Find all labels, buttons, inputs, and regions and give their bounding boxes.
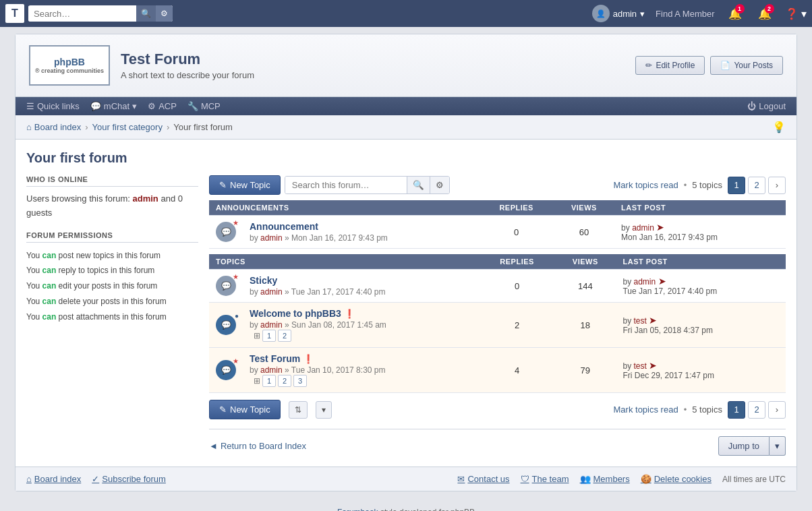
subscribe-forum-link[interactable]: ✓ Subscribe forum	[92, 474, 166, 484]
logout-button[interactable]: ⏻ Logout	[747, 101, 786, 111]
search-button[interactable]: 🔍	[136, 5, 156, 22]
sub-pages: ⊞ 1 2 3	[254, 375, 473, 387]
breadcrumb-current: Your first forum	[173, 122, 233, 132]
tools-icon: 🔧	[187, 101, 198, 111]
page-links-top: 1 2 ›	[728, 177, 786, 194]
topic-author-link[interactable]: admin	[260, 233, 283, 243]
mark-topics-read-link-bottom[interactable]: Mark topics read	[614, 404, 678, 415]
replies-cell: 0	[480, 270, 554, 303]
home-icon-2: ⌂	[26, 474, 32, 484]
online-user[interactable]: admin	[133, 193, 158, 204]
last-post-author[interactable]: admin	[633, 277, 656, 287]
left-arrow-icon: ◄	[209, 441, 218, 451]
mchat-menu[interactable]: 💬 mChat ▾	[90, 101, 137, 111]
topic-title-link[interactable]: Sticky	[250, 275, 277, 286]
star-overlay: ★	[233, 219, 239, 227]
table-row: 💬 ★ Sticky by admin » Tue Jan 17, 2017 4…	[209, 270, 786, 303]
goto-last-post[interactable]: ➤	[649, 360, 657, 371]
footer-board-index-link[interactable]: ⌂ Board index	[26, 474, 81, 484]
goto-last-post[interactable]: ➤	[656, 222, 664, 233]
last-post-cell: by admin ➤ Tue Jan 17, 2017 4:40 pm	[616, 270, 786, 303]
topic-title-link[interactable]: Welcome to phpBB3	[250, 308, 341, 319]
sort-options-button[interactable]: ▾	[316, 401, 332, 419]
sort-button[interactable]: ⇅	[289, 401, 308, 419]
sub-page-1[interactable]: 1	[262, 330, 276, 342]
sub-page-2[interactable]: 2	[278, 330, 291, 342]
help-button[interactable]: ❓ ▾	[785, 7, 807, 20]
topic-title-link[interactable]: Announcement	[250, 221, 318, 232]
topic-icon-cell: 💬 ★	[209, 270, 243, 303]
acp-link[interactable]: ⚙ ACP	[148, 101, 177, 111]
perm-2: You can reply to topics in this forum	[26, 263, 198, 278]
sub-page-2[interactable]: 2	[278, 375, 291, 387]
contact-link[interactable]: ✉ Contact us	[457, 474, 509, 484]
announcements-header-row: ANNOUNCEMENTS REPLIES VIEWS LAST POST	[209, 200, 786, 216]
site-logo[interactable]: T	[5, 4, 24, 23]
topic-author-link[interactable]: admin	[260, 365, 283, 375]
last-post-info: by admin ➤ Mon Jan 16, 2017 9:43 pm	[621, 222, 779, 242]
bottom-toolbar-right: Mark topics read • 5 topics 1 2 ›	[614, 401, 786, 419]
return-board-link[interactable]: ◄ Return to Board Index	[209, 441, 306, 451]
last-post-author[interactable]: admin	[632, 223, 654, 233]
topic-author-link[interactable]: admin	[260, 287, 283, 297]
breadcrumb-home-link[interactable]: ⌂ Board index	[26, 122, 81, 132]
sub-page-1[interactable]: 1	[262, 375, 276, 387]
forum-search-advanced[interactable]: ⚙	[430, 177, 449, 193]
find-member-link[interactable]: Find A Member	[656, 9, 714, 19]
your-posts-button[interactable]: 📄 Your Posts	[710, 56, 783, 75]
page-next-button-top[interactable]: ›	[768, 177, 786, 194]
jump-to-button[interactable]: Jump to	[718, 436, 770, 456]
goto-last-post[interactable]: ➤	[649, 315, 657, 326]
topic-count-bottom: 5 topics	[692, 404, 722, 415]
mcp-link[interactable]: 🔧 MCP	[187, 101, 221, 111]
topics-lastpost-col: LAST POST	[616, 254, 786, 270]
last-post-author[interactable]: test	[633, 361, 646, 371]
team-link[interactable]: 🛡 The team	[521, 474, 569, 484]
forum-search-input[interactable]	[285, 177, 407, 193]
list-icon: ☰	[26, 101, 34, 111]
forum-search-button[interactable]: 🔍	[407, 177, 430, 193]
envelope-icon: ✉	[457, 474, 465, 484]
breadcrumb-bar: ⌂ Board index › Your first category › Yo…	[16, 115, 796, 140]
topics-label: TOPICS	[209, 254, 480, 270]
forum-header-actions: ✏ Edit Profile 📄 Your Posts	[635, 56, 783, 75]
notifications-button-1[interactable]: 🔔 1	[726, 4, 745, 23]
delete-cookies-link[interactable]: 🍪 Delete cookies	[641, 474, 712, 484]
last-post-author[interactable]: test	[633, 316, 646, 326]
page-1-button-bottom[interactable]: 1	[728, 401, 745, 419]
perm-3: You can edit your posts in this forum	[26, 278, 198, 294]
forumbook-link[interactable]: Forumbook	[337, 508, 378, 511]
views-cell: 60	[554, 216, 614, 249]
admin-dropdown[interactable]: 👤 admin ▾	[592, 5, 645, 22]
new-topic-button-bottom[interactable]: ✎ New Topic	[209, 400, 281, 419]
forum-search: 🔍 ⚙	[285, 176, 450, 194]
advanced-search-button[interactable]: ⚙	[156, 5, 173, 22]
topic-title-link[interactable]: Test Forum	[250, 353, 300, 364]
edit-profile-button[interactable]: ✏ Edit Profile	[635, 56, 705, 75]
quick-links-menu[interactable]: ☰ Quick links	[26, 101, 80, 111]
pencil-icon-3: ✎	[219, 404, 227, 415]
last-post-cell: by test ➤ Fri Dec 29, 2017 1:47 pm	[616, 348, 786, 393]
new-topic-button-top[interactable]: ✎ New Topic	[209, 175, 281, 195]
page-next-button-bottom[interactable]: ›	[768, 401, 786, 419]
members-link[interactable]: 👥 Members	[580, 474, 630, 484]
top-topic-toolbar: ✎ New Topic 🔍 ⚙ Mark topics read • 5 top…	[209, 175, 786, 195]
top-nav-right: 👤 admin ▾ Find A Member 🔔 1 🔔 2 ❓ ▾	[592, 4, 807, 23]
notifications-button-2[interactable]: 🔔 2	[755, 4, 774, 23]
mark-topics-read-link-top[interactable]: Mark topics read	[614, 180, 678, 190]
page-1-button-top[interactable]: 1	[728, 177, 745, 194]
sub-page-3[interactable]: 3	[293, 375, 307, 387]
who-is-online-section: WHO IS ONLINE Users browsing this forum:…	[26, 175, 198, 220]
page-2-button-bottom[interactable]: 2	[748, 401, 765, 419]
page-2-button-top[interactable]: 2	[748, 177, 765, 194]
topic-meta: by admin » Tue Jan 10, 2017 8:30 pm ⊞ 1 …	[250, 365, 473, 387]
jump-to-dropdown[interactable]: ▾	[770, 436, 786, 456]
shield-icon: 🛡	[521, 474, 529, 484]
search-input[interactable]	[28, 6, 136, 22]
bottom-topic-toolbar: ✎ New Topic ⇅ ▾ Mark topics read •	[209, 400, 786, 419]
permissions-title: FORUM PERMISSIONS	[26, 231, 198, 243]
pencil-icon: ✏	[645, 61, 652, 70]
breadcrumb-category-link[interactable]: Your first category	[92, 122, 163, 132]
topic-author-link[interactable]: admin	[260, 320, 283, 330]
goto-last-post[interactable]: ➤	[658, 276, 666, 287]
